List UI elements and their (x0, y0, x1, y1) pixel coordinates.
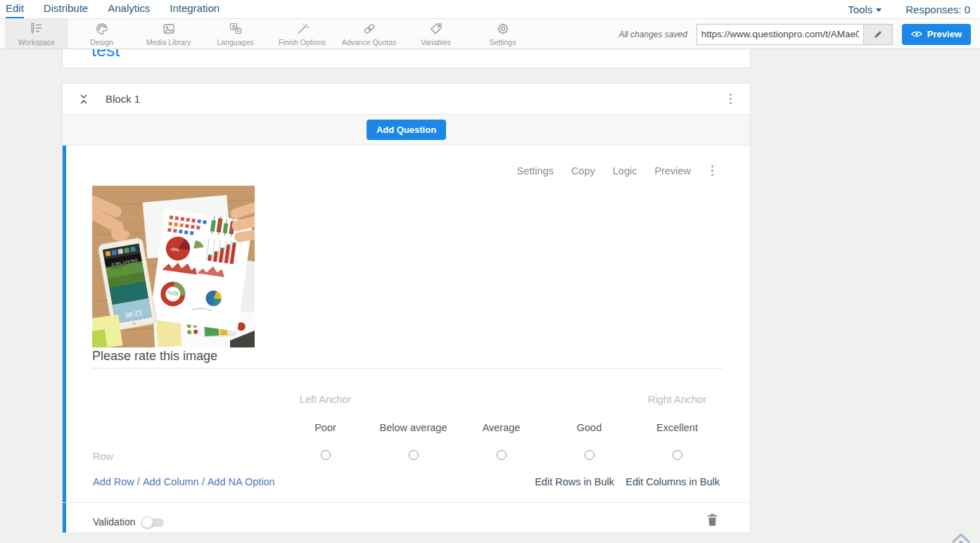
add-na-option-link[interactable]: Add NA Option (208, 476, 275, 487)
tools-dropdown[interactable]: Tools (848, 4, 882, 15)
questionpro-edit-screen: Edit Distribute Analytics Integration To… (0, 0, 980, 543)
rating-radio-cell (545, 450, 633, 460)
column-label-excellent[interactable]: Excellent (633, 422, 721, 433)
trash-icon (707, 513, 718, 526)
toolbar-item-variables[interactable]: Variables (402, 19, 469, 49)
edit-url-button[interactable] (863, 25, 892, 44)
toolbar-item-label: Variables (421, 38, 451, 46)
block-header: Block 1 (63, 84, 750, 115)
rating-radio-cell (633, 450, 721, 460)
toolbar-item-finish-options[interactable]: Finish Options (269, 19, 336, 49)
question-card: Settings Copy Logic Preview (63, 146, 750, 532)
radio-button-below-average[interactable] (409, 450, 419, 460)
toolbar-item-workspace[interactable]: Workspace (5, 19, 68, 49)
validation-label: Validation (93, 516, 135, 528)
toolbar-item-label: Languages (217, 38, 254, 46)
radio-button-average[interactable] (497, 450, 507, 460)
design-palette-icon (95, 22, 109, 36)
question-accent-bar (63, 146, 66, 532)
block-card: Block 1 Add Question Settings Copy Logic… (62, 83, 751, 533)
question-logic-link[interactable]: Logic (613, 165, 637, 177)
survey-url-box (696, 24, 893, 45)
block-title[interactable]: Block 1 (106, 93, 140, 105)
column-label-poor[interactable]: Poor (281, 422, 369, 433)
row-label-input[interactable]: Row (93, 451, 113, 462)
link-separator: / (202, 476, 205, 487)
toggle-knob (141, 516, 153, 528)
question-footer-divider (63, 502, 750, 503)
question-preview-link[interactable]: Preview (654, 165, 691, 177)
toolbar-item-design[interactable]: Design (68, 19, 135, 49)
question-text[interactable]: Please rate this image (92, 349, 217, 364)
chevron-up-icon (950, 532, 972, 543)
rating-radio-cell (457, 450, 545, 460)
toolbar-item-settings[interactable]: Settings (469, 19, 536, 49)
tag-icon (429, 22, 443, 36)
nav-tab-edit[interactable]: Edit (6, 0, 24, 18)
toolbar-item-label: Finish Options (279, 38, 326, 46)
edit-rows-in-bulk-link[interactable]: Edit Rows in Bulk (535, 476, 614, 487)
toolbar-item-media-library[interactable]: Media Library (135, 19, 202, 49)
toolbar-item-label: Workspace (18, 38, 55, 46)
languages-icon: A (229, 22, 243, 36)
eye-icon (911, 30, 922, 38)
nav-tab-distribute[interactable]: Distribute (44, 0, 88, 18)
rating-radio-cell (281, 450, 369, 460)
column-label-good[interactable]: Good (545, 422, 633, 433)
survey-title-card: test (62, 49, 751, 68)
toolbar-item-advance-quotas[interactable]: Advance Quotas (336, 19, 402, 49)
preview-button[interactable]: Preview (902, 24, 971, 45)
validation-toggle[interactable] (141, 517, 164, 528)
responses-count[interactable]: Responses: 0 (905, 4, 970, 15)
tools-label: Tools (848, 4, 872, 15)
topnav-right-group: Tools Responses: 0 (848, 4, 970, 15)
add-row-link[interactable]: Add Row (93, 476, 134, 487)
toolbar-item-label: Design (90, 38, 113, 46)
toolbar-item-label: Settings (490, 38, 516, 46)
media-library-icon (162, 22, 176, 36)
block-menu-kebab-icon[interactable] (727, 91, 734, 107)
link-separator: / (137, 476, 140, 487)
scroll-to-top-button[interactable] (950, 532, 972, 543)
collapse-block-button[interactable] (77, 93, 90, 106)
add-question-strip: Add Question (63, 115, 750, 146)
svg-text:A: A (236, 28, 240, 33)
radio-button-excellent[interactable] (673, 450, 682, 460)
question-copy-link[interactable]: Copy (571, 165, 595, 177)
preview-button-label: Preview (927, 29, 962, 39)
question-settings-link[interactable]: Settings (516, 165, 553, 177)
delete-question-button[interactable] (707, 513, 718, 529)
nav-tab-integration[interactable]: Integration (170, 0, 219, 18)
edit-columns-in-bulk-link[interactable]: Edit Columns in Bulk (625, 476, 720, 487)
left-anchor-input[interactable]: Left Anchor (281, 394, 369, 405)
toolbar-right-group: All changes saved Preview (618, 23, 971, 46)
nav-tab-analytics[interactable]: Analytics (108, 0, 150, 18)
question-image[interactable]: 48% 50% (92, 186, 255, 347)
question-actions: Settings Copy Logic Preview (516, 162, 716, 179)
collapse-vertical-icon (77, 93, 90, 106)
toolbar-item-languages[interactable]: A Languages (202, 19, 269, 49)
pencil-icon (873, 30, 883, 39)
right-anchor-input[interactable]: Right Anchor (633, 394, 721, 405)
caret-down-icon (876, 8, 882, 12)
radio-button-poor[interactable] (321, 450, 331, 460)
chain-link-icon (362, 22, 376, 36)
add-question-button[interactable]: Add Question (367, 120, 446, 140)
question-menu-kebab-icon[interactable] (708, 162, 716, 179)
column-label-average[interactable]: Average (457, 422, 545, 433)
autosave-status: All changes saved (618, 30, 687, 39)
toolbar-item-label: Advance Quotas (342, 38, 397, 46)
add-column-link[interactable]: Add Column (143, 476, 199, 487)
add-links-group: Add Row/Add Column/Add NA Option (93, 476, 275, 487)
survey-url-input[interactable] (697, 25, 863, 44)
column-label-below-average[interactable]: Below average (369, 422, 457, 433)
radio-button-good[interactable] (585, 450, 594, 460)
magic-wand-icon (295, 22, 310, 36)
top-navigation: Edit Distribute Analytics Integration To… (0, 0, 980, 19)
rating-radio-cell (369, 450, 457, 460)
editor-toolbar: Workspace Design Media Library (0, 19, 980, 49)
toolbar-item-label: Media Library (146, 38, 191, 46)
workspace-icon (30, 22, 44, 36)
survey-title[interactable]: test (91, 49, 120, 60)
question-text-underline (92, 368, 723, 369)
